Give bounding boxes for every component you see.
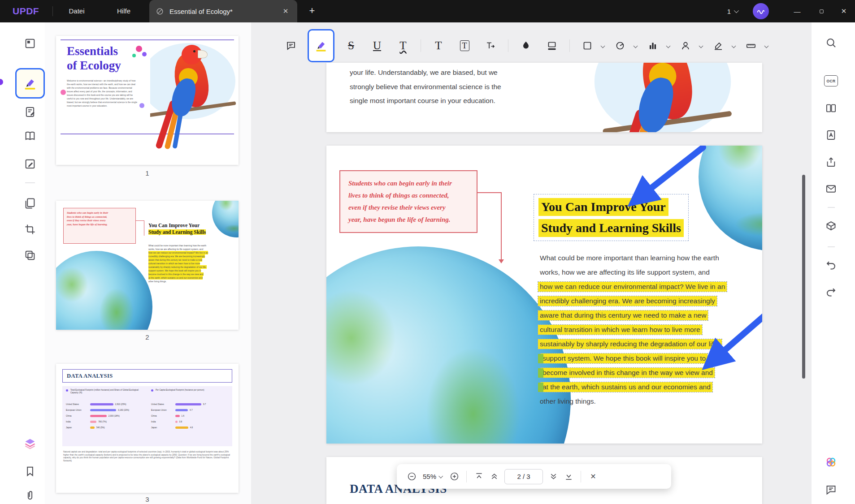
- thumb2-quote-box: Students who can begin early in their li…: [63, 208, 136, 244]
- archive-box-icon[interactable]: [825, 220, 837, 232]
- pencil-drop-tool[interactable]: [516, 35, 536, 56]
- heading-line2[interactable]: Study and Learning Skills: [538, 219, 684, 237]
- text-comment-tool[interactable]: T: [428, 35, 449, 56]
- redo-icon[interactable]: [825, 286, 837, 298]
- signature-tool[interactable]: [675, 35, 696, 56]
- thumb2-body-line: incredibly challenging era. We are becom…: [148, 254, 208, 258]
- body-text[interactable]: support system. We hope this book will i…: [541, 353, 707, 363]
- chevron-down-icon[interactable]: [634, 43, 638, 48]
- squiggly-underline-tool[interactable]: T: [393, 35, 413, 56]
- comment-tool[interactable]: [281, 35, 301, 56]
- pdf-page-1-bottom[interactable]: your life. Understandably, we are biased…: [326, 63, 762, 132]
- page-indicator[interactable]: 2 / 3: [504, 469, 543, 484]
- thumb2-quote-line: lives to think of things as connected,: [67, 215, 132, 219]
- search-icon[interactable]: [825, 37, 837, 49]
- area-highlight-tool[interactable]: [542, 35, 562, 56]
- chevron-down-icon[interactable]: [699, 43, 703, 48]
- person-icon: [680, 40, 691, 51]
- chevron-down-icon[interactable]: [666, 43, 671, 48]
- reader-book-icon[interactable]: [24, 130, 36, 142]
- menu-hilfe[interactable]: Hilfe: [110, 0, 138, 22]
- annotate-note-icon[interactable]: [24, 106, 36, 118]
- body-text[interactable]: aware that during this century we need t…: [538, 310, 708, 320]
- body-text-line[interactable]: how we can reduce our environmental impa…: [538, 282, 749, 296]
- body-text[interactable]: incredibly challenging era. We are becom…: [538, 296, 717, 306]
- chart-row: China1.6: [151, 413, 206, 419]
- close-zoom-toolbar-button[interactable]: ✕: [586, 469, 601, 484]
- blue-arrow-annotation[interactable]: [694, 303, 762, 373]
- green-highlight-mark[interactable]: [538, 354, 543, 363]
- attachment-paperclip-icon[interactable]: [24, 489, 36, 502]
- compare-documents-icon[interactable]: [825, 102, 837, 114]
- underline-tool[interactable]: U: [367, 35, 387, 56]
- copy-pages-icon[interactable]: [24, 249, 36, 262]
- thumbnail-view-icon[interactable]: [24, 37, 36, 50]
- zoom-in-button[interactable]: [447, 469, 462, 484]
- bookmark-icon[interactable]: [24, 465, 36, 478]
- page-thumbnail-2[interactable]: Students who can begin early in their li…: [56, 201, 239, 330]
- ocr-button[interactable]: OCR: [824, 75, 838, 86]
- page-thumbnail-1[interactable]: Essentials of Ecology Welcome to environ…: [56, 36, 239, 165]
- crop-icon[interactable]: [24, 223, 36, 236]
- quote-line: Students who can begin early in their: [348, 177, 469, 190]
- window-close-button[interactable]: ✕: [836, 0, 851, 22]
- green-highlight-mark[interactable]: [538, 368, 543, 378]
- typewriter-tool[interactable]: [480, 35, 501, 56]
- chart-cell: [175, 415, 180, 417]
- rectangle-shape-tool[interactable]: [577, 35, 598, 56]
- comment-panel-icon[interactable]: [825, 484, 837, 496]
- window-maximize-button[interactable]: [814, 0, 829, 22]
- next-page-button[interactable]: [546, 469, 561, 484]
- menu-datei[interactable]: Datei: [63, 0, 91, 22]
- highlight-tool-active[interactable]: [15, 68, 45, 99]
- zoom-level-value[interactable]: 55%: [423, 473, 436, 480]
- edit-page-icon[interactable]: [24, 158, 36, 170]
- body-text[interactable]: how we can reduce our environmental impa…: [538, 282, 727, 292]
- stamp-tool[interactable]: [708, 35, 729, 56]
- extract-page-icon[interactable]: [825, 129, 837, 141]
- zoom-out-button[interactable]: [404, 469, 419, 484]
- strikeout-tool[interactable]: S: [341, 35, 361, 56]
- organize-pages-icon[interactable]: [24, 197, 36, 210]
- quote-box: Students who can begin early in their li…: [339, 170, 477, 233]
- body-text[interactable]: become involved in this change in the wa…: [541, 368, 715, 378]
- last-page-button[interactable]: [561, 469, 576, 484]
- chart-row: European Union3,160 (19%): [66, 407, 129, 413]
- document-tab[interactable]: Essential of Ecology* ✕: [149, 0, 297, 22]
- mail-icon[interactable]: [825, 183, 837, 195]
- user-avatar[interactable]: [753, 3, 769, 19]
- share-export-icon[interactable]: [825, 156, 837, 168]
- page-thumbnail-3[interactable]: DATA ANALYSIS Total Ecological Footprint…: [56, 364, 239, 493]
- area-highlight-icon: [547, 40, 557, 51]
- body-text-line[interactable]: at the earth, which sustains us and our …: [538, 382, 749, 396]
- thumb2-heading: You Can Improve Your Study and Learning …: [148, 222, 206, 236]
- text-box-tool[interactable]: T: [454, 35, 475, 56]
- body-text[interactable]: cultural transition in which we learn ho…: [538, 325, 702, 335]
- body-text[interactable]: at the earth, which sustains us and our …: [541, 382, 712, 392]
- new-tab-button[interactable]: +: [304, 0, 320, 22]
- ellipse-shape-tool[interactable]: [610, 35, 630, 56]
- layers-icon[interactable]: [24, 437, 36, 449]
- green-highlight-mark[interactable]: [538, 383, 543, 392]
- chevron-down-icon[interactable]: [764, 43, 769, 48]
- window-count-selector[interactable]: 1: [727, 0, 738, 22]
- quote-connector-line: [501, 192, 502, 260]
- chevron-down-icon[interactable]: [732, 43, 736, 48]
- chevron-down-icon[interactable]: [601, 43, 605, 48]
- pdf-page-2[interactable]: Students who can begin early in their li…: [326, 146, 762, 444]
- tab-close-icon[interactable]: ✕: [280, 7, 291, 15]
- blue-arrow-annotation[interactable]: [620, 146, 710, 209]
- sticker-icon[interactable]: [825, 456, 837, 468]
- measure-tool[interactable]: [741, 35, 761, 56]
- maximize-icon: [819, 9, 825, 14]
- stamp-marker-icon: [713, 40, 724, 51]
- previous-page-button[interactable]: [486, 469, 502, 484]
- underline-glyph: U: [373, 39, 381, 52]
- chart-tool[interactable]: [642, 35, 663, 56]
- chevron-down-icon[interactable]: [438, 474, 443, 478]
- undo-icon[interactable]: [825, 259, 837, 271]
- vertical-scrollbar-thumb[interactable]: [802, 175, 805, 379]
- highlight-tool-selected[interactable]: [308, 29, 334, 62]
- window-minimize-button[interactable]: —: [790, 0, 805, 22]
- first-page-button[interactable]: [471, 469, 486, 484]
